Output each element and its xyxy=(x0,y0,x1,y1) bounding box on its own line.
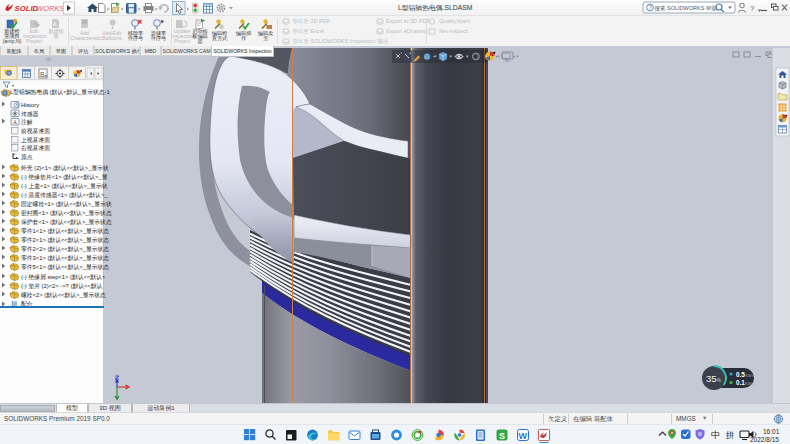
svg-text:0.1: 0.1 xyxy=(736,379,745,386)
svg-text:?: ? xyxy=(648,4,652,11)
svg-text:A: A xyxy=(13,119,18,125)
svg-text:KB/s: KB/s xyxy=(745,373,755,378)
svg-text:%: % xyxy=(717,377,722,383)
svg-text:搜索 SOLIDWORKS 帮助: 搜索 SOLIDWORKS 帮助 xyxy=(655,5,718,12)
svg-text:B: B xyxy=(40,71,45,78)
svg-text:?: ? xyxy=(750,4,754,13)
svg-text:0.5: 0.5 xyxy=(736,371,745,378)
svg-text:WORKS: WORKS xyxy=(36,4,65,13)
svg-text:SOLID: SOLID xyxy=(15,4,39,13)
svg-text:35: 35 xyxy=(706,373,717,384)
svg-text:KB/s: KB/s xyxy=(745,381,755,386)
svg-text:中: 中 xyxy=(711,430,720,440)
svg-text:W: W xyxy=(519,431,528,441)
svg-text:拼: 拼 xyxy=(725,430,735,440)
svg-text:S: S xyxy=(499,431,505,441)
